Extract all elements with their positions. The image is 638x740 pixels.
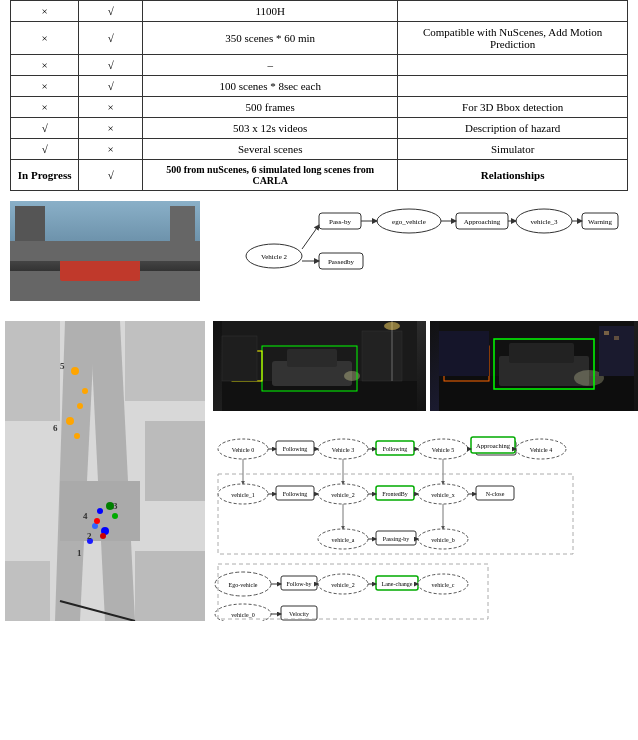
- table-row: × √ –: [11, 55, 628, 76]
- diagram-section-2: 5 6 3 4 2 1: [0, 311, 638, 631]
- svg-text:Following: Following: [383, 446, 408, 452]
- cell-relationships: Relationships: [398, 160, 628, 191]
- street-image: [10, 201, 200, 301]
- cell-cross: ×: [79, 118, 143, 139]
- svg-text:vehicle_0: vehicle_0: [231, 612, 254, 618]
- cell-cross: ×: [11, 1, 79, 22]
- svg-text:Following: Following: [283, 491, 308, 497]
- svg-text:Vehicle 0: Vehicle 0: [232, 447, 255, 453]
- svg-rect-56: [362, 331, 402, 381]
- svg-rect-57: [222, 336, 257, 381]
- table-row: √ × 503 x 12s videos Description of haza…: [11, 118, 628, 139]
- cell-check: √: [79, 160, 143, 191]
- svg-point-32: [77, 403, 83, 409]
- table-row: √ × Several scenes Simulator: [11, 139, 628, 160]
- data-table: × √ 1100H × √ 350 scenes * 60 min Compat…: [10, 0, 628, 191]
- svg-text:Passing-by: Passing-by: [383, 536, 409, 542]
- svg-point-40: [112, 513, 118, 519]
- svg-rect-26: [145, 421, 205, 501]
- svg-point-30: [71, 367, 79, 375]
- cell-cross: ×: [11, 55, 79, 76]
- svg-text:Vehicle 3: Vehicle 3: [332, 447, 355, 453]
- cell-cross: ×: [11, 97, 79, 118]
- svg-text:vehicle_2: vehicle_2: [331, 582, 354, 588]
- cell-cross: ×: [11, 22, 79, 55]
- svg-text:Approaching: Approaching: [476, 442, 511, 449]
- night-images: [213, 321, 638, 411]
- table-section: × √ 1100H × √ 350 scenes * 60 min Compat…: [0, 0, 638, 191]
- svg-text:vehicle_a: vehicle_a: [332, 537, 355, 543]
- svg-point-59: [384, 322, 400, 330]
- cell-desc: 503 x 12s videos: [143, 118, 398, 139]
- svg-point-33: [66, 417, 74, 425]
- svg-point-31: [82, 388, 88, 394]
- relationship-graph-2: Vehicle 0 Following Vehicle 3 Following …: [213, 417, 638, 621]
- cell-desc: 500 frames: [143, 97, 398, 118]
- svg-text:Follow-by: Follow-by: [286, 581, 311, 587]
- right-panel: Vehicle 0 Following Vehicle 3 Following …: [213, 321, 638, 621]
- svg-rect-52: [287, 349, 337, 367]
- svg-text:Vehicle 5: Vehicle 5: [432, 447, 455, 453]
- table-row: × √ 1100H: [11, 1, 628, 22]
- table-row: × √ 350 scenes * 60 min Compatible with …: [11, 22, 628, 55]
- cell-check: √: [11, 118, 79, 139]
- cell-notes: For 3D Bbox detection: [398, 97, 628, 118]
- svg-text:Lane-change: Lane-change: [382, 581, 413, 587]
- svg-rect-25: [125, 321, 205, 401]
- svg-text:vehicle_2: vehicle_2: [331, 492, 354, 498]
- cell-notes: [398, 55, 628, 76]
- cell-desc: 100 scenes * 8sec each: [143, 76, 398, 97]
- svg-text:1: 1: [77, 548, 82, 558]
- table-row-inprogress: In Progress √ 500 from nuScenes, 6 simul…: [11, 160, 628, 191]
- svg-rect-68: [439, 331, 489, 376]
- svg-text:2: 2: [87, 531, 92, 541]
- cell-desc-main: 500 from nuScenes, 6 simulated long scen…: [143, 160, 398, 191]
- cell-notes: Compatible with NuScenes, Add Motion Pre…: [398, 22, 628, 55]
- cell-desc: –: [143, 55, 398, 76]
- svg-text:Approaching: Approaching: [464, 218, 501, 226]
- svg-point-53: [344, 371, 360, 381]
- cell-in-progress: In Progress: [11, 160, 79, 191]
- svg-text:3: 3: [113, 501, 118, 511]
- svg-text:N-close: N-close: [486, 491, 505, 497]
- svg-point-42: [100, 533, 106, 539]
- cell-check: √: [79, 1, 143, 22]
- svg-text:FrontedBy: FrontedBy: [382, 491, 408, 497]
- table-row: × √ 100 scenes * 8sec each: [11, 76, 628, 97]
- cell-check: √: [79, 22, 143, 55]
- svg-text:Vehicle 4: Vehicle 4: [530, 447, 553, 453]
- svg-rect-70: [614, 336, 619, 340]
- svg-text:vehicle_b: vehicle_b: [431, 537, 454, 543]
- cell-desc: Several scenes: [143, 139, 398, 160]
- svg-text:vehicle_x: vehicle_x: [431, 492, 454, 498]
- cell-cross2: ×: [79, 97, 143, 118]
- cell-notes: [398, 1, 628, 22]
- night-image-2: [430, 321, 638, 411]
- relationship-graph-1: Vehicle 2 Pass-by ego_vehicle Approachin…: [210, 201, 628, 301]
- cell-check: √: [79, 55, 143, 76]
- svg-point-35: [97, 508, 103, 514]
- cell-notes: Simulator: [398, 139, 628, 160]
- svg-rect-24: [5, 321, 60, 421]
- svg-text:ego_vehicle: ego_vehicle: [392, 218, 426, 226]
- svg-text:Following: Following: [283, 446, 308, 452]
- svg-text:vehicle_3: vehicle_3: [530, 218, 558, 226]
- svg-rect-27: [5, 561, 50, 621]
- cell-check: √: [11, 139, 79, 160]
- cell-check: √: [79, 76, 143, 97]
- cell-cross: ×: [79, 139, 143, 160]
- svg-text:Vehicle 2: Vehicle 2: [261, 253, 288, 261]
- svg-rect-63: [509, 343, 574, 363]
- map-svg: 5 6 3 4 2 1: [5, 321, 205, 621]
- svg-point-34: [74, 433, 80, 439]
- svg-text:5: 5: [60, 361, 65, 371]
- svg-text:Ego-vehicle: Ego-vehicle: [229, 582, 258, 588]
- cell-desc: 1100H: [143, 1, 398, 22]
- svg-rect-69: [604, 331, 609, 335]
- svg-text:Pass-by: Pass-by: [329, 218, 351, 226]
- night-image-1: [213, 321, 426, 411]
- svg-text:Velocity: Velocity: [289, 611, 309, 617]
- svg-rect-28: [135, 551, 205, 621]
- svg-text:vehicle_1: vehicle_1: [231, 492, 254, 498]
- svg-text:Passedby: Passedby: [328, 258, 355, 266]
